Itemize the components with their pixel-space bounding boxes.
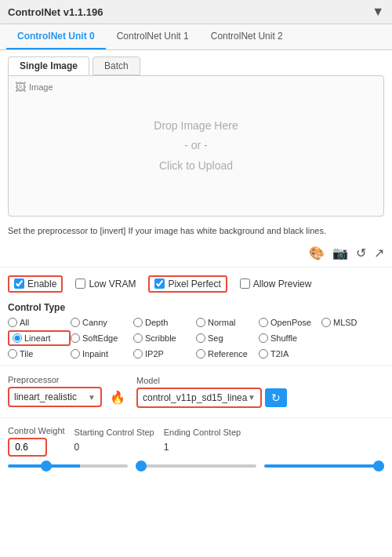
allow-preview-input[interactable] [240, 278, 250, 289]
image-mode-tabs: Single Image Batch [0, 50, 392, 75]
model-group: Model control_v11p_sd15_linea ▼ ↻ [136, 376, 287, 408]
drop-text: Drop Image Here - or - Click to Upload [154, 116, 238, 176]
ending-step-value: 1 [164, 439, 241, 455]
radio-tile[interactable]: Tile [8, 349, 71, 359]
model-select[interactable]: control_v11p_sd15_linea ▼ [136, 388, 262, 408]
unit-tabs: ControlNet Unit 0 ControlNet Unit 1 Cont… [0, 24, 392, 50]
checkbox-row: Enable Low VRAM Pixel Perfect Allow Prev… [0, 271, 392, 297]
starting-step-group: Starting Control Step 0 [74, 428, 154, 455]
slider-section [0, 461, 392, 474]
radio-seg[interactable]: Seg [196, 330, 259, 346]
radio-openpose[interactable]: OpenPose [259, 318, 321, 327]
radio-empty1 [321, 330, 384, 346]
low-vram-input[interactable] [75, 278, 85, 289]
tab-unit-2[interactable]: ControlNet Unit 2 [200, 24, 294, 49]
weight-slider[interactable] [8, 464, 128, 468]
model-label: Model [136, 376, 287, 385]
enable-input[interactable] [14, 278, 24, 289]
tab-unit-0[interactable]: ControlNet Unit 0 [6, 24, 106, 49]
weight-input-row [8, 438, 65, 457]
weight-label: Control Weight [8, 426, 65, 435]
drop-line3: Click to Upload [154, 156, 238, 176]
preprocessor-label: Preprocessor [8, 375, 129, 384]
refresh-icon[interactable]: ↺ [356, 246, 366, 260]
radio-depth[interactable]: Depth [133, 318, 196, 327]
weight-group: Control Weight [8, 426, 65, 457]
pixel-perfect-checkbox[interactable]: Pixel Perfect [148, 275, 227, 293]
enable-checkbox[interactable]: Enable [8, 275, 63, 293]
weight-input[interactable] [8, 438, 47, 457]
preprocessor-model-row: Preprocessor lineart_realistic ▼ 🔥 Model… [0, 369, 392, 414]
palette-icon[interactable]: 🎨 [309, 246, 325, 260]
image-drop-area[interactable]: 🖼 Image Drop Image Here - or - Click to … [8, 75, 384, 217]
image-label: Image [29, 82, 53, 92]
model-arrow: ▼ [248, 393, 256, 402]
model-value: control_v11p_sd15_linea [143, 392, 248, 403]
low-vram-label: Low VRAM [89, 278, 136, 289]
radio-inpaint[interactable]: Inpaint [71, 349, 133, 359]
tab-single-image[interactable]: Single Image [8, 56, 89, 75]
radio-t2ia[interactable]: T2IA [259, 349, 321, 359]
image-icon: 🖼 [15, 81, 26, 93]
preprocessor-arrow: ▼ [88, 393, 96, 402]
starting-step-value: 0 [74, 439, 154, 455]
ending-step-group: Ending Control Step 1 [164, 428, 241, 455]
pixel-perfect-input[interactable] [154, 278, 165, 289]
radio-ip2p[interactable]: IP2P [133, 349, 196, 359]
model-refresh-button[interactable]: ↻ [265, 388, 287, 407]
control-type-label: Control Type [0, 297, 392, 315]
image-label-bar: 🖼 Image [15, 81, 53, 93]
preprocessor-value: lineart_realistic [14, 391, 88, 402]
model-wrapper: control_v11p_sd15_linea ▼ ↻ [136, 388, 287, 408]
control-type-grid: All Canny Depth Normal OpenPose MLSD Lin… [0, 315, 392, 362]
hint-text: Set the preprocessor to [invert] If your… [0, 217, 392, 242]
icon-row: 🎨 📷 ↺ ↗ [0, 242, 392, 264]
camera-icon[interactable]: 📷 [332, 246, 348, 260]
pixel-perfect-label: Pixel Perfect [168, 278, 220, 289]
radio-mlsd[interactable]: MLSD [321, 318, 384, 327]
top-bar: ControlNet v1.1.196 ▼ [0, 0, 392, 24]
starting-step-label: Starting Control Step [74, 428, 154, 437]
allow-preview-label: Allow Preview [253, 278, 312, 289]
allow-preview-checkbox[interactable]: Allow Preview [240, 278, 312, 289]
low-vram-checkbox[interactable]: Low VRAM [75, 278, 136, 289]
weight-slider-row [8, 464, 384, 468]
collapse-icon[interactable]: ▼ [372, 5, 384, 19]
starting-step-slider[interactable] [136, 464, 256, 468]
control-weight-row: Control Weight Starting Control Step 0 E… [0, 421, 392, 461]
radio-shuffle[interactable]: Shuffle [259, 330, 321, 346]
radio-canny[interactable]: Canny [71, 318, 133, 327]
radio-reference[interactable]: Reference [196, 349, 259, 359]
radio-all[interactable]: All [8, 318, 71, 327]
radio-lineart[interactable]: Lineart [8, 330, 71, 346]
ending-step-slider[interactable] [264, 464, 384, 468]
open-icon[interactable]: ↗ [374, 246, 384, 260]
drop-line1: Drop Image Here [154, 116, 238, 136]
ending-step-label: Ending Control Step [164, 428, 241, 437]
radio-scribble[interactable]: Scribble [133, 330, 196, 346]
tab-batch[interactable]: Batch [93, 56, 140, 75]
app-title: ControlNet v1.1.196 [8, 6, 103, 18]
tab-unit-1[interactable]: ControlNet Unit 1 [106, 24, 200, 49]
fire-icon[interactable]: 🔥 [107, 387, 129, 408]
radio-softedge[interactable]: SoftEdge [71, 330, 133, 346]
enable-label: Enable [27, 278, 56, 289]
drop-line2: - or - [154, 136, 238, 155]
preprocessor-select[interactable]: lineart_realistic ▼ [8, 387, 102, 407]
radio-normal[interactable]: Normal [196, 318, 259, 327]
preprocessor-group: Preprocessor lineart_realistic ▼ 🔥 [8, 375, 129, 408]
